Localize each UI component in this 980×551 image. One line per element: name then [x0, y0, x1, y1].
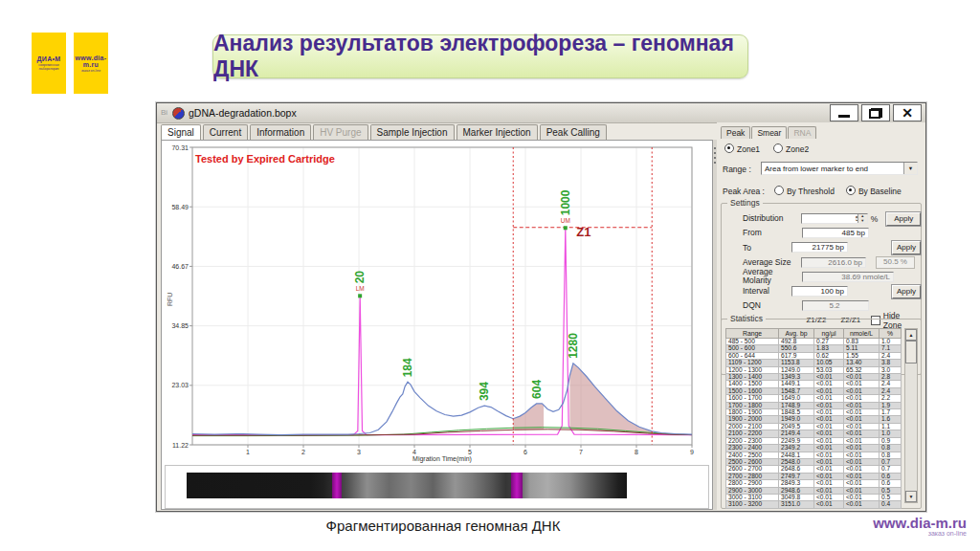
interval-input[interactable]: 100 bp	[791, 286, 848, 297]
footer-logo: www.dia-m.ru заказ on-line	[873, 515, 967, 537]
table-cell: <0.01	[814, 501, 844, 508]
table-cell: <0.01	[814, 480, 844, 487]
x-tick-label: 5	[468, 449, 472, 455]
distribution-input[interactable]: 50 ▲▼	[801, 213, 867, 224]
scrollbar-thumb[interactable]	[905, 341, 917, 364]
marker-trace	[192, 228, 692, 434]
smear-region	[569, 364, 652, 433]
zone-radio-zone2[interactable]: Zone2	[773, 143, 809, 154]
x-tick-label: 8	[635, 449, 638, 455]
average-molarity-field: 38.69 nmole/L	[802, 272, 894, 282]
to-input[interactable]: 21775 bp	[791, 242, 848, 253]
marker-tag: LM	[356, 285, 365, 292]
panel-tab-rna[interactable]: RNA	[788, 126, 816, 139]
spinner-icon[interactable]: ▲▼	[858, 214, 867, 223]
range-row: Range : Area from lower marker to end ▼	[723, 165, 922, 179]
x-tick-label: 6	[523, 449, 527, 455]
close-button[interactable]: ✕	[893, 104, 922, 121]
range-value: Area from lower marker to end	[765, 165, 868, 173]
peak-label: 394	[478, 382, 491, 401]
table-cell: 2800 - 2900	[726, 480, 779, 487]
window-title: gDNA-degradation.bopx	[189, 107, 297, 119]
average-molarity-label: Average Molarity	[743, 268, 802, 285]
from-label: From	[743, 229, 802, 237]
distribution-apply-button[interactable]: Apply	[886, 212, 921, 226]
table-cell: 0.8	[880, 445, 902, 452]
table-row[interactable]: 2300 - 24002349.2<0.01<0.010.8	[726, 445, 902, 452]
electropherogram-svg[interactable]: Z1LM20184394604UM10001280Tested by Expir…	[163, 142, 710, 463]
radio-icon	[773, 143, 783, 153]
tab-hv-purge[interactable]: HV Purge	[313, 124, 368, 140]
radio-icon	[846, 186, 856, 195]
scroll-down-icon[interactable]: ▼	[905, 491, 917, 502]
window-titlebar[interactable]: Bi gDNA-degradation.bopx ✕	[157, 103, 925, 123]
diam-logo-text: ДИА•М	[37, 55, 61, 62]
table-cell: 3.8	[880, 360, 902, 366]
tab-current[interactable]: Current	[203, 124, 248, 140]
plot-frame	[192, 147, 692, 445]
main-tabbar: SignalCurrentInformationHV PurgeSample I…	[161, 123, 609, 140]
diam-site-logo-subtext: заказ on-line	[81, 69, 100, 73]
range-dropdown[interactable]: Area from lower marker to end ▼	[761, 162, 918, 175]
table-cell: 1153.8	[779, 360, 814, 366]
y-tick-label: 70.31	[171, 144, 189, 151]
table-cell: 3100 - 3200	[726, 501, 779, 508]
settings-group-title: Settings	[727, 198, 763, 208]
stats-col-header: Avg. bp	[779, 329, 814, 339]
panel-tab-peak[interactable]: Peak	[721, 126, 750, 139]
statistics-header-row: RangeAvg. bpng/µlnmole/L%	[726, 329, 902, 339]
marker-point	[564, 226, 568, 230]
app-icon	[172, 107, 185, 120]
restore-icon	[869, 108, 882, 119]
x-tick-label: 7	[579, 449, 583, 455]
zone-radio-group: Zone1Zone2	[724, 143, 809, 154]
marker-point	[358, 294, 362, 298]
minimize-button[interactable]	[830, 104, 858, 121]
x-tick-label: 2	[301, 449, 305, 455]
x-tick-label: 4	[412, 449, 416, 455]
peak-area-radio-group: By ThresholdBy Baseline	[774, 186, 902, 196]
table-cell: 13.40	[844, 360, 880, 366]
x-tick-label: 9	[690, 449, 694, 455]
zone-label: Z1	[576, 225, 590, 239]
table-cell: 2849.3	[779, 480, 814, 487]
table-row[interactable]: 2800 - 29002849.3<0.01<0.010.6	[726, 480, 902, 487]
from-input[interactable]: 485 bp	[802, 228, 869, 238]
tab-marker-injection[interactable]: Marker Injection	[457, 124, 538, 140]
diam-site-logo: www.dia-m.ru заказ on-line	[74, 33, 108, 94]
diam-logo: ДИА•М современная лаборатория	[32, 33, 66, 94]
scroll-up-icon[interactable]: ▲	[905, 329, 917, 341]
footer-site: www.dia-m.ru	[873, 515, 967, 531]
panel-tab-smear[interactable]: Smear	[751, 126, 787, 139]
close-icon: ✕	[902, 107, 913, 120]
stats-col-header: nmole/L	[844, 329, 880, 339]
tab-peak-calling[interactable]: Peak Calling	[540, 124, 607, 140]
table-row[interactable]: 3100 - 32003151.0<0.01<0.010.4	[726, 501, 902, 508]
table-cell: 1109 - 1200	[726, 360, 779, 366]
table-row[interactable]: 1109 - 12001153.810.0513.403.8	[726, 360, 902, 366]
statistics-scrollbar[interactable]: ▲ ▼	[904, 328, 918, 503]
peak-area-radio-by-threshold[interactable]: By Threshold	[774, 186, 835, 196]
tab-signal[interactable]: Signal	[161, 124, 201, 140]
tab-sample-injection[interactable]: Sample Injection	[370, 124, 455, 140]
y-tick-label: 58.49	[171, 204, 189, 210]
tab-information[interactable]: Information	[250, 124, 311, 140]
peak-label: 20	[353, 271, 367, 284]
slide-title-banner: Анализ результатов электрофореза – геном…	[212, 34, 748, 78]
x-tick-label: 1	[246, 449, 250, 455]
footer-subtext: заказ on-line	[873, 530, 967, 537]
gel-lower-marker-band	[332, 473, 342, 498]
chart-annotation: Tested by Expired Cartridge	[195, 153, 335, 165]
dqn-label: DQN	[743, 301, 802, 310]
to-apply-button[interactable]: Apply	[892, 241, 921, 254]
statistics-group: Statistics RangeAvg. bpng/µlnmole/L% 485…	[721, 319, 922, 509]
peak-area-radio-by-baseline[interactable]: By Baseline	[846, 186, 902, 196]
average-molarity-row: Average Molarity 38.69 nmole/L	[722, 270, 921, 284]
zone-radio-zone1[interactable]: Zone1	[724, 143, 760, 154]
chevron-down-icon[interactable]: ▼	[903, 163, 917, 174]
stats-col-header: %	[880, 329, 902, 339]
restore-button[interactable]	[861, 104, 890, 121]
analysis-tabbar: PeakSmearRNA	[721, 124, 817, 139]
peak-area-row: Peak Area : By ThresholdBy Baseline	[723, 186, 902, 196]
interval-apply-button[interactable]: Apply	[892, 285, 921, 298]
